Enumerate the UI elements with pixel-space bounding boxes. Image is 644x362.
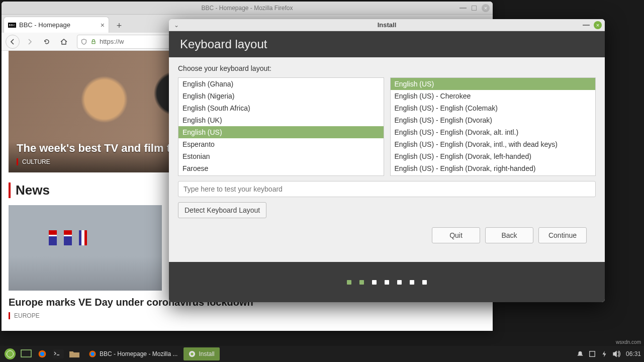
tab-close-icon[interactable]: × <box>101 21 105 29</box>
firefox-launcher[interactable] <box>35 347 49 360</box>
svg-point-2 <box>40 352 44 356</box>
list-item[interactable]: English (US) <box>178 126 384 138</box>
reload-icon <box>43 38 51 46</box>
network-icon[interactable] <box>589 350 596 357</box>
installer-window-controls: × <box>583 21 602 29</box>
firefox-icon <box>37 349 48 358</box>
svg-point-7 <box>191 352 194 355</box>
svg-point-5 <box>90 352 94 355</box>
start-menu-button[interactable] <box>3 347 17 360</box>
taskbar: BBC - Homepage - Mozilla ...Install 06:3… <box>0 346 644 362</box>
list-item[interactable]: English (US) - English (Colemak) <box>391 102 596 114</box>
installer-window: ⌄ Install × Keyboard layout Choose your … <box>169 19 605 302</box>
list-item[interactable]: English (US) - Cherokee <box>391 90 596 102</box>
firefox-window-controls: × <box>459 4 490 12</box>
flag-icon <box>49 230 57 245</box>
flags-decoration <box>49 230 87 245</box>
progress-dot <box>422 280 427 285</box>
terminal-launcher[interactable] <box>51 347 65 360</box>
svg-rect-8 <box>590 351 595 357</box>
task-label: BBC - Homepage - Mozilla ... <box>100 350 177 357</box>
keyboard-prompt: Choose your keyboard layout: <box>178 64 596 72</box>
system-tray: 06:31 <box>577 350 641 357</box>
list-item[interactable]: English (US) - English (Dvorak, left-han… <box>391 150 596 162</box>
shield-icon <box>80 38 87 45</box>
progress-dot <box>397 280 402 285</box>
list-item[interactable]: Esperanto <box>178 138 384 150</box>
firefox-icon <box>88 350 97 358</box>
keyboard-test-input[interactable] <box>178 181 596 197</box>
installer-heading: Keyboard layout <box>169 31 605 57</box>
home-button[interactable] <box>57 35 71 49</box>
continue-button[interactable]: Continue <box>538 227 587 243</box>
task-list: BBC - Homepage - Mozilla ...Install <box>83 347 220 360</box>
sport-section: Sport <box>2 322 493 331</box>
minimize-icon[interactable] <box>459 8 467 9</box>
building-photo <box>9 205 162 291</box>
svg-rect-3 <box>53 349 64 358</box>
files-launcher[interactable] <box>67 347 81 360</box>
show-desktop-button[interactable] <box>19 347 33 360</box>
desktop-icon <box>21 349 32 358</box>
list-item[interactable]: English (US) - English (Dvorak, right-ha… <box>391 162 596 174</box>
list-item[interactable]: English (Nigeria) <box>178 90 384 102</box>
task-label: Install <box>199 350 214 357</box>
window-menu-icon[interactable]: ⌄ <box>174 22 179 29</box>
back-button[interactable] <box>6 35 20 49</box>
maximize-icon[interactable] <box>472 6 477 11</box>
progress-dot <box>385 280 389 285</box>
favicon-icon: BBC <box>8 23 16 28</box>
taskbar-task[interactable]: BBC - Homepage - Mozilla ... <box>83 347 182 360</box>
close-icon[interactable]: × <box>594 21 602 29</box>
notifications-icon[interactable] <box>577 350 584 357</box>
lock-icon <box>90 39 97 45</box>
arrow-right-icon <box>26 38 34 46</box>
list-item[interactable]: Filipino <box>178 174 384 176</box>
installer-button-row: Quit Back Continue <box>178 223 596 243</box>
terminal-icon <box>53 349 64 358</box>
home-icon <box>60 38 68 46</box>
volume-icon[interactable] <box>613 350 621 357</box>
list-item[interactable]: English (US) - English (Dvorak, intl., w… <box>391 138 596 150</box>
news-card-image[interactable] <box>9 205 162 291</box>
url-text: https://w <box>100 38 124 45</box>
taskbar-task[interactable]: Install <box>183 347 219 360</box>
flag-icon <box>79 230 87 245</box>
list-item[interactable]: English (Ghana) <box>178 78 384 90</box>
installer-body: Choose your keyboard layout: English (Gh… <box>169 57 605 262</box>
firefox-window-title: BBC - Homepage - Mozilla Firefox <box>201 5 293 12</box>
progress-dot <box>359 280 364 285</box>
desktop: BBC - Homepage - Mozilla Firefox × BBC B… <box>0 0 644 362</box>
keyboard-lists: English (Ghana)English (Nigeria)English … <box>178 77 596 176</box>
layout-language-list[interactable]: English (Ghana)English (Nigeria)English … <box>178 77 384 176</box>
list-item[interactable]: English (US) <box>391 78 596 90</box>
quit-button[interactable]: Quit <box>432 227 480 243</box>
browser-tab[interactable]: BBC BBC - Homepage × <box>4 17 109 33</box>
layout-variant-list[interactable]: English (US)English (US) - CherokeeEngli… <box>390 77 596 176</box>
list-item[interactable]: English (US) - English (Dvorak, alt. int… <box>391 126 596 138</box>
tab-title: BBC - Homepage <box>19 21 98 29</box>
power-icon[interactable] <box>601 350 608 357</box>
progress-dot <box>372 280 377 285</box>
flag-icon <box>64 230 72 245</box>
minimize-icon[interactable] <box>583 25 590 26</box>
svg-rect-0 <box>21 350 31 357</box>
clock[interactable]: 06:31 <box>626 350 641 357</box>
list-item[interactable]: English (South Africa) <box>178 102 384 114</box>
close-icon[interactable]: × <box>482 4 490 12</box>
list-item[interactable]: Estonian <box>178 150 384 162</box>
news-card-category: EUROPE <box>9 312 486 319</box>
installer-title: Install <box>378 21 397 29</box>
installer-titlebar[interactable]: ⌄ Install × <box>169 19 605 31</box>
list-item[interactable]: English (US) - English (Macintosh) <box>391 174 596 176</box>
progress-dot <box>410 280 414 285</box>
forward-button[interactable] <box>23 35 37 49</box>
list-item[interactable]: Faroese <box>178 162 384 174</box>
list-item[interactable]: English (UK) <box>178 114 384 126</box>
firefox-titlebar[interactable]: BBC - Homepage - Mozilla Firefox × <box>2 2 493 15</box>
new-tab-button[interactable]: + <box>112 19 126 33</box>
back-button[interactable]: Back <box>485 227 533 243</box>
detect-layout-button[interactable]: Detect Keyboard Layout <box>178 202 266 218</box>
list-item[interactable]: English (US) - English (Dvorak) <box>391 114 596 126</box>
reload-button[interactable] <box>40 35 54 49</box>
